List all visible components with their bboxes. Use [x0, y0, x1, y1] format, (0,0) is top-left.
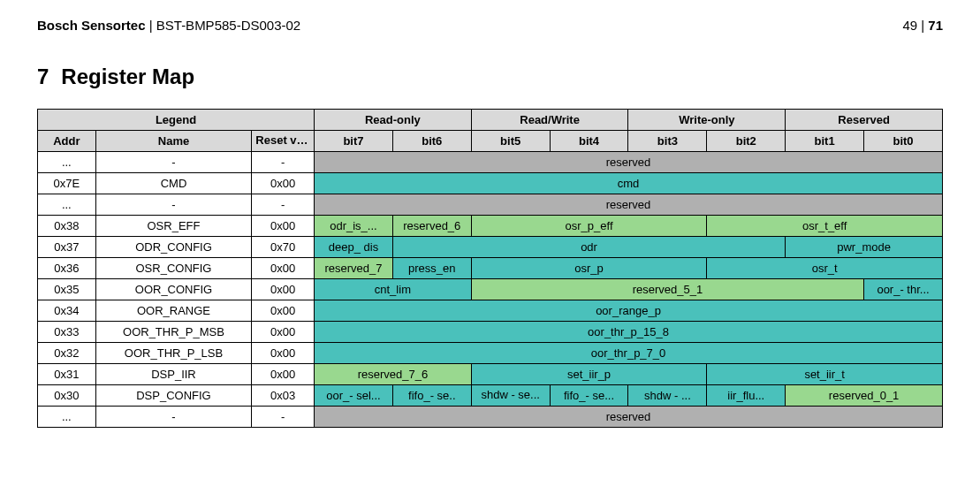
rname: OOR_RANGE: [95, 300, 252, 322]
field-reserved: reserved: [315, 407, 943, 428]
col-addr: Addr: [38, 131, 96, 152]
legend-readonly: Read-only: [315, 110, 472, 131]
section-title: 7Register Map: [37, 65, 943, 89]
reset: -: [252, 152, 315, 173]
page-header: Bosch Sensortec | BST-BMP585-DS003-02 49…: [37, 18, 943, 33]
reset: -: [252, 407, 315, 428]
brand: Bosch Sensortec: [37, 18, 146, 33]
rname: OSR_CONFIG: [95, 258, 252, 279]
table-head: Legend Read-only Read/Write Write-only R…: [38, 110, 943, 152]
addr: 0x34: [38, 300, 96, 322]
col-bit3: bit3: [628, 131, 707, 152]
field: osr_t: [707, 258, 943, 279]
col-bit6: bit6: [392, 131, 471, 152]
reset: 0x00: [252, 343, 315, 364]
table-row: 0x30 DSP_CONFIG 0x03 oor_- sel... fifo_-…: [38, 385, 943, 407]
reset: 0x00: [252, 258, 315, 279]
field: fifo_- se...: [550, 385, 628, 407]
field: osr_t_eff: [707, 216, 943, 237]
rname: DSP_IIR: [95, 364, 252, 385]
field-reserved: reserved: [315, 194, 943, 216]
addr: 0x30: [38, 385, 96, 407]
legend-row: Legend Read-only Read/Write Write-only R…: [38, 110, 943, 131]
col-bit7: bit7: [315, 131, 393, 152]
reset: 0x70: [252, 237, 315, 258]
col-reset: Reset value: [252, 131, 315, 152]
table-row: 0x34 OOR_RANGE 0x00 oor_range_p: [38, 300, 943, 322]
addr: ...: [38, 407, 96, 428]
reset: -: [252, 194, 315, 216]
col-bit0: bit0: [864, 131, 943, 152]
col-bit1: bit1: [786, 131, 864, 152]
field: iir_flu...: [707, 385, 786, 407]
rname: OSR_EFF: [95, 216, 252, 237]
table-body: ... - - reserved 0x7E CMD 0x00 cmd ... -…: [38, 152, 943, 428]
addr: ...: [38, 152, 96, 173]
rname: -: [95, 152, 252, 173]
field: oor_thr_p_15_8: [315, 322, 943, 343]
addr: 0x7E: [38, 173, 96, 194]
addr: 0x33: [38, 322, 96, 343]
doc-id: Bosch Sensortec | BST-BMP585-DS003-02: [37, 18, 300, 33]
field: odr: [392, 237, 785, 258]
reset: 0x00: [252, 300, 315, 322]
field: osr_p_eff: [471, 216, 707, 237]
rname: -: [95, 194, 252, 216]
rname: OOR_CONFIG: [95, 279, 252, 300]
rname: OOR_THR_P_LSB: [95, 343, 252, 364]
table-row: 0x38 OSR_EFF 0x00 odr_is_... reserved_6 …: [38, 216, 943, 237]
field: oor_- sel...: [315, 385, 393, 407]
col-bit2: bit2: [707, 131, 786, 152]
field: reserved_7: [315, 258, 393, 279]
rname: ODR_CONFIG: [95, 237, 252, 258]
table-row: 0x32 OOR_THR_P_LSB 0x00 oor_thr_p_7_0: [38, 343, 943, 364]
field: press_en: [392, 258, 471, 279]
field: fifo_- se..: [392, 385, 471, 407]
rname: OOR_THR_P_MSB: [95, 322, 252, 343]
addr: 0x36: [38, 258, 96, 279]
table-row: ... - - reserved: [38, 152, 943, 173]
field: odr_is_...: [315, 216, 393, 237]
register-map-table: Legend Read-only Read/Write Write-only R…: [37, 109, 943, 428]
field: cnt_lim: [315, 279, 472, 300]
field: oor_- thr...: [864, 279, 943, 300]
field: reserved_5_1: [471, 279, 863, 300]
reset: 0x00: [252, 216, 315, 237]
col-name: Name: [95, 131, 252, 152]
col-bit5: bit5: [471, 131, 550, 152]
rname: -: [95, 407, 252, 428]
table-row: 0x36 OSR_CONFIG 0x00 reserved_7 press_en…: [38, 258, 943, 279]
field: set_iir_t: [707, 364, 943, 385]
field: reserved_7_6: [315, 364, 472, 385]
legend-readwrite: Read/Write: [471, 110, 628, 131]
addr: 0x31: [38, 364, 96, 385]
table-row: 0x35 OOR_CONFIG 0x00 cnt_lim reserved_5_…: [38, 279, 943, 300]
addr: 0x37: [38, 237, 96, 258]
page-number: 49 | 71: [902, 18, 943, 33]
table-row: 0x31 DSP_IIR 0x00 reserved_7_6 set_iir_p…: [38, 364, 943, 385]
col-bit4: bit4: [550, 131, 628, 152]
field: deep_ dis: [315, 237, 393, 258]
field: oor_thr_p_7_0: [315, 343, 943, 364]
rname: CMD: [95, 173, 252, 194]
field-cmd: cmd: [315, 173, 943, 194]
legend-reserved: Reserved: [786, 110, 943, 131]
field: set_iir_p: [471, 364, 707, 385]
addr: 0x38: [38, 216, 96, 237]
field-reserved: reserved: [315, 152, 943, 173]
table-row: 0x7E CMD 0x00 cmd: [38, 173, 943, 194]
addr: ...: [38, 194, 96, 216]
reset: 0x03: [252, 385, 315, 407]
addr: 0x35: [38, 279, 96, 300]
field: reserved_0_1: [786, 385, 943, 407]
legend-cell: Legend: [38, 110, 315, 131]
table-row: ... - - reserved: [38, 194, 943, 216]
column-header-row: Addr Name Reset value bit7 bit6 bit5 bit…: [38, 131, 943, 152]
rname: DSP_CONFIG: [95, 385, 252, 407]
addr: 0x32: [38, 343, 96, 364]
field: shdw - ...: [628, 385, 707, 407]
field: reserved_6: [392, 216, 471, 237]
table-row: 0x37 ODR_CONFIG 0x70 deep_ dis odr pwr_m…: [38, 237, 943, 258]
reset: 0x00: [252, 279, 315, 300]
reset: 0x00: [252, 322, 315, 343]
